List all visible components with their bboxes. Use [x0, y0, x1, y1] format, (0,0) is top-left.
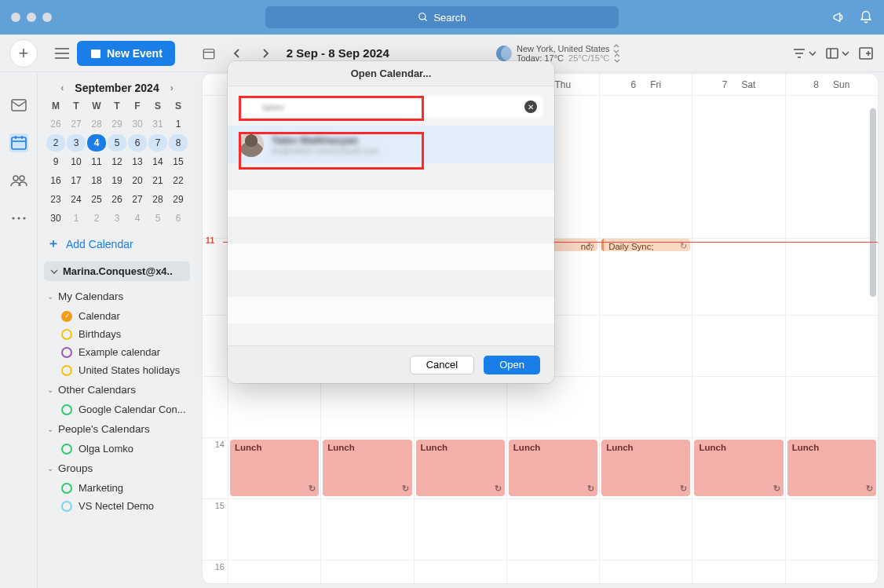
time-cell[interactable]: Lunch↻: [599, 438, 692, 499]
people-nav[interactable]: [9, 171, 28, 190]
today-button[interactable]: [199, 43, 219, 64]
prev-week-button[interactable]: [227, 43, 247, 64]
time-cell[interactable]: [785, 561, 878, 583]
more-nav[interactable]: [9, 209, 28, 228]
mini-day[interactable]: 17: [67, 172, 86, 189]
event-daily-sync[interactable]: Daily Sync; ↻: [601, 239, 690, 251]
compose-button[interactable]: +: [9, 39, 38, 68]
open-button[interactable]: Open: [484, 356, 540, 374]
mini-day[interactable]: 18: [87, 172, 106, 189]
search-result[interactable]: Tatev Malkhasyan tm@x462x.onmicrosoft.co…: [228, 126, 554, 163]
time-cell[interactable]: [228, 377, 320, 437]
zoom-window[interactable]: [42, 13, 52, 22]
time-cell[interactable]: [414, 377, 506, 437]
time-cell[interactable]: [692, 254, 784, 315]
mini-day[interactable]: 4: [87, 134, 106, 152]
weather-widget[interactable]: New York, United States Today: 17°C 25°C…: [496, 44, 620, 63]
allday-cell[interactable]: [692, 96, 784, 238]
time-cell[interactable]: [692, 377, 784, 437]
mini-next-month[interactable]: ›: [166, 82, 178, 93]
global-search[interactable]: Search: [265, 6, 619, 28]
mini-day[interactable]: 10: [67, 153, 86, 170]
mini-day[interactable]: 4: [128, 210, 147, 227]
calendar-item[interactable]: Google Calendar Con...: [41, 400, 193, 418]
mini-day[interactable]: 28: [87, 115, 106, 133]
mini-day[interactable]: 9: [46, 153, 65, 170]
time-cell[interactable]: Lunch↻: [414, 438, 506, 499]
time-cell[interactable]: [506, 499, 599, 560]
time-cell[interactable]: [228, 499, 320, 560]
new-event-button[interactable]: New Event: [77, 41, 175, 66]
mini-day[interactable]: 6: [169, 210, 188, 227]
mini-day[interactable]: 26: [108, 191, 126, 208]
time-cell[interactable]: [414, 561, 506, 583]
group-header[interactable]: ⌄Groups: [41, 458, 193, 479]
allday-cell[interactable]: [599, 96, 692, 238]
time-cell[interactable]: [599, 499, 692, 560]
mini-day[interactable]: 16: [46, 172, 65, 189]
day-column-header[interactable]: 7Sat: [692, 74, 784, 95]
mini-day[interactable]: 8: [169, 134, 188, 152]
time-cell[interactable]: [506, 377, 599, 437]
close-window[interactable]: [11, 13, 20, 22]
mini-day[interactable]: 25: [87, 191, 106, 208]
filter-button[interactable]: [793, 48, 816, 59]
mini-day[interactable]: 31: [148, 115, 167, 133]
allday-cell[interactable]: [785, 96, 878, 238]
time-cell[interactable]: [599, 254, 692, 315]
day-column-header[interactable]: 6Fri: [599, 74, 692, 95]
event-lunch[interactable]: Lunch↻: [323, 440, 411, 496]
calendar-item[interactable]: United States holidays: [41, 361, 193, 379]
time-cell[interactable]: Lunch↻: [785, 438, 878, 499]
time-cell[interactable]: [320, 377, 413, 437]
mini-day[interactable]: 7: [148, 134, 167, 152]
time-cell[interactable]: [599, 316, 692, 376]
minimize-window[interactable]: [27, 13, 36, 22]
account-row[interactable]: Marina.Conquest@x4..: [44, 261, 190, 281]
group-header[interactable]: ⌄My Calendars: [41, 286, 193, 307]
mini-prev-month[interactable]: ‹: [56, 82, 68, 93]
cancel-button[interactable]: Cancel: [410, 356, 474, 374]
mini-day[interactable]: 21: [148, 172, 167, 189]
event-lunch[interactable]: Lunch↻: [787, 440, 876, 496]
mini-day[interactable]: 2: [87, 210, 106, 227]
mini-day[interactable]: 11: [87, 153, 106, 170]
mini-day[interactable]: 19: [108, 172, 126, 189]
mini-day[interactable]: 27: [128, 191, 147, 208]
mail-nav[interactable]: [9, 96, 28, 115]
time-cell[interactable]: [785, 254, 878, 315]
mini-day[interactable]: 24: [67, 191, 86, 208]
time-cell[interactable]: [785, 316, 878, 376]
mini-day[interactable]: 1: [67, 210, 86, 227]
clear-search-button[interactable]: ✕: [524, 100, 537, 113]
view-button[interactable]: [826, 48, 849, 59]
time-cell[interactable]: Lunch↻: [320, 438, 413, 499]
mini-day[interactable]: 3: [108, 210, 126, 227]
event-lunch[interactable]: Lunch↻: [416, 440, 505, 496]
time-cell[interactable]: [599, 561, 692, 583]
time-cell[interactable]: [785, 499, 878, 560]
time-cell[interactable]: [692, 561, 784, 583]
panel-toggle-button[interactable]: [859, 47, 873, 60]
mini-day[interactable]: 20: [128, 172, 147, 189]
mini-day[interactable]: 22: [169, 172, 188, 189]
mini-day[interactable]: 29: [108, 115, 126, 133]
time-cell[interactable]: [320, 561, 413, 583]
mini-day[interactable]: 23: [46, 191, 65, 208]
event-lunch[interactable]: Lunch↻: [230, 440, 319, 496]
event-lunch[interactable]: Lunch↻: [694, 440, 783, 496]
mini-day[interactable]: 29: [169, 191, 188, 208]
next-week-button[interactable]: [255, 43, 276, 64]
calendar-item[interactable]: Marketing: [41, 479, 193, 497]
toggle-sidebar-icon[interactable]: [55, 48, 69, 59]
mini-day[interactable]: 5: [108, 134, 126, 152]
calendar-item[interactable]: Example calendar: [41, 343, 193, 361]
mini-day[interactable]: 3: [67, 134, 86, 152]
mini-day[interactable]: 2: [46, 134, 65, 152]
mini-day[interactable]: 15: [169, 153, 188, 170]
group-header[interactable]: ⌄People's Calendars: [41, 418, 193, 440]
mini-day[interactable]: 5: [148, 210, 167, 227]
bell-icon[interactable]: [859, 10, 873, 24]
time-cell[interactable]: Lunch↻: [692, 438, 784, 499]
scrollbar-thumb[interactable]: [870, 108, 876, 297]
